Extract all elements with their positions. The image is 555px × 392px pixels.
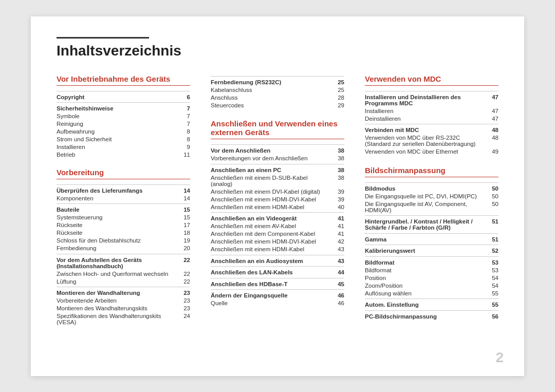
entry-page: 38 xyxy=(334,147,344,154)
toc-entry: Bauteile 15 xyxy=(57,203,190,214)
entry-label: Bildformat xyxy=(365,267,488,273)
entry-page: 56 xyxy=(488,313,498,320)
toc-entry: Autom. Einstellung 55 xyxy=(365,298,498,309)
entry-page: 42 xyxy=(334,238,344,245)
entry-label: Auflösung wählen xyxy=(365,290,488,296)
title-bar xyxy=(57,37,149,39)
toc-entry: Anschließen an einen PC 38 xyxy=(211,164,344,174)
toc-entry: Copyright 6 xyxy=(57,91,190,101)
entry-label: Betrieb xyxy=(57,152,180,158)
entry-page: 38 xyxy=(334,155,344,161)
toc-entry: Rückseite 18 xyxy=(57,229,190,237)
toc-entry: Montieren des Wandhalterungskits 23 xyxy=(57,305,190,312)
toc-entry: Ändern der Eingangsquelle 46 xyxy=(211,289,344,300)
page-title: Inhaltsverzeichnis xyxy=(57,43,498,59)
entry-page: 15 xyxy=(180,207,190,213)
entry-label: Kalibrierungswert xyxy=(365,248,488,254)
entry-label: Die Eingangsquelle ist PC, DVI, HDMI(PC) xyxy=(365,193,488,199)
toc-entry: Installieren und Deinstallieren des Prog… xyxy=(365,91,498,107)
toc-entry: Reinigung 7 xyxy=(57,120,190,128)
section-bildschirm: Bildschirmanpassung Bildmodus 50 Die Ein… xyxy=(365,166,498,321)
entry-page: 41 xyxy=(334,231,344,237)
entry-page: 54 xyxy=(488,283,498,289)
entry-label: Anschließen mit einem DVI-Kabel (digital… xyxy=(211,189,334,195)
toc-entry: PC-Bildschirmanpassung 56 xyxy=(365,310,498,321)
entry-page: 55 xyxy=(488,302,498,308)
entry-label: Hintergrundbel. / Kontrast / Helligkeit … xyxy=(365,218,488,231)
entry-label: Verbinden mit MDC xyxy=(365,127,488,133)
toc-entry: Systemsteuerung 15 xyxy=(57,214,190,221)
entry-label: Fernbedienung xyxy=(57,245,180,251)
entry-label: Symbole xyxy=(57,113,180,119)
entry-label: Sicherheitshinweise xyxy=(57,105,180,111)
entry-page: 25 xyxy=(334,79,344,85)
entry-page: 7 xyxy=(180,121,190,127)
entry-page: 53 xyxy=(488,267,498,273)
entry-label: Komponenten xyxy=(57,195,180,201)
toc-entry: Vorbereitende Arbeiten 23 xyxy=(57,297,190,305)
content-grid: Vor Inbetriebnahme des Geräts Copyright … xyxy=(57,74,498,335)
entry-label: Spezifikationen des Wandhalterungskits (… xyxy=(57,313,180,325)
entry-page: 40 xyxy=(334,204,344,210)
entry-page: 47 xyxy=(488,116,498,122)
entry-page: 51 xyxy=(488,218,498,225)
entry-label: Bildmodus xyxy=(365,185,488,192)
entry-label: Anschließen an ein Audiosystem xyxy=(211,258,334,264)
entry-page: 46 xyxy=(334,292,344,298)
entry-label: Verwenden von MDC über Ethernet xyxy=(365,148,488,155)
entry-page: 24 xyxy=(180,313,190,319)
toc-entry: Vor dem Aufstellen des Geräts (Installat… xyxy=(57,254,190,270)
entry-page: 8 xyxy=(180,128,190,135)
toc-entry: Auflösung wählen 55 xyxy=(365,289,498,297)
entry-label: Bildformat xyxy=(365,259,488,266)
toc-entry: Deinstallieren 47 xyxy=(365,115,498,122)
entry-page: 23 xyxy=(180,305,190,311)
entry-page: 43 xyxy=(334,246,344,252)
entry-label: Schloss für den Diebstahlschutz xyxy=(57,237,180,244)
entry-label: Installieren xyxy=(365,108,488,114)
entry-page: 41 xyxy=(334,215,344,221)
entry-page: 29 xyxy=(334,102,344,108)
entry-page: 15 xyxy=(180,214,190,220)
entry-page: 54 xyxy=(488,275,498,281)
entry-label: Position xyxy=(365,275,488,281)
entry-page: 50 xyxy=(488,185,498,192)
toc-entry: Bildformat 53 xyxy=(365,266,498,274)
toc-entry: Die Eingangsquelle ist PC, DVI, HDMI(PC)… xyxy=(365,192,498,200)
entry-page: 48 xyxy=(488,127,498,133)
column-3: Verwenden von MDC Installieren und Deins… xyxy=(365,74,498,335)
entry-page: 38 xyxy=(334,167,344,173)
entry-label: Anschließen mit einem D-SUB-Kabel (analo… xyxy=(211,175,334,187)
entry-label: Gamma xyxy=(365,236,488,242)
toc-entry: Verwenden von MDC über Ethernet 49 xyxy=(365,148,498,156)
entry-page: 45 xyxy=(334,281,344,287)
toc-entry: Vor dem Anschließen 38 xyxy=(211,144,344,155)
entry-page: 52 xyxy=(488,248,498,254)
toc-entry: Gamma 51 xyxy=(365,233,498,244)
section-mdc: Verwenden von MDC Installieren und Deins… xyxy=(365,74,498,156)
toc-entry: Anschließen mit einem DVI-Kabel (digital… xyxy=(211,188,344,195)
entry-page: 18 xyxy=(180,230,190,236)
toc-entry: Anschließen mit dem Component-Kabel 41 xyxy=(211,230,344,238)
entry-page: 39 xyxy=(334,189,344,195)
toc-entry: Fernbedienung (RS232C) 25 xyxy=(211,76,344,86)
entry-page: 8 xyxy=(180,136,190,142)
toc-entry: Zwischen Hoch- und Querformat wechseln 2… xyxy=(57,270,190,277)
entry-page: 47 xyxy=(488,94,498,100)
entry-page: 49 xyxy=(488,148,498,155)
entry-label: Rückseite xyxy=(57,230,180,236)
entry-page: 6 xyxy=(180,94,190,100)
entry-page: 38 xyxy=(334,175,344,181)
entry-page: 14 xyxy=(180,195,190,201)
entry-label: Bauteile xyxy=(57,207,180,213)
entry-page: 44 xyxy=(334,269,344,275)
entry-label: Die Eingangsquelle ist AV, Component, HD… xyxy=(365,201,488,213)
entry-page: 23 xyxy=(180,290,190,296)
toc-entry: Verwenden von MDC über RS-232C (Standard… xyxy=(365,134,498,148)
toc-entry: Betrieb 11 xyxy=(57,151,190,159)
entry-page: 20 xyxy=(180,245,190,251)
entry-page: 28 xyxy=(334,95,344,101)
entry-label: Deinstallieren xyxy=(365,116,488,122)
entry-page: 50 xyxy=(488,201,498,207)
toc-entry: Anschließen des LAN-Kabels 44 xyxy=(211,266,344,276)
